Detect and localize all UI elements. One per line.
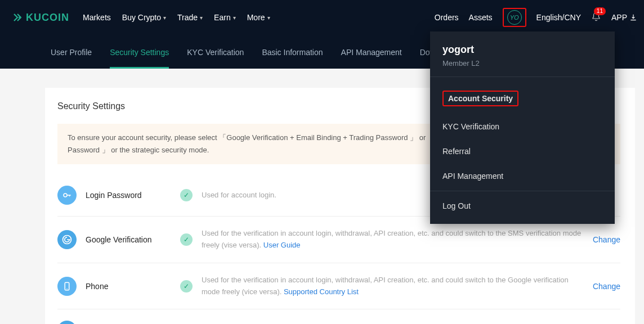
nav-earn-label: Earn (214, 13, 231, 22)
phone-icon (57, 277, 77, 296)
row-label: Login Password (86, 191, 180, 200)
nav-markets[interactable]: Markets (83, 13, 111, 22)
tab-security-settings[interactable]: Security Settings (110, 48, 169, 69)
tab-kyc-verification[interactable]: KYC Verification (187, 48, 244, 69)
language-currency[interactable]: English/CNY (536, 13, 581, 22)
tab-user-profile[interactable]: User Profile (51, 48, 92, 69)
nav-more-label: More (247, 13, 265, 22)
notification-badge: 11 (594, 7, 606, 15)
tab-basic-information[interactable]: Basic Information (262, 48, 323, 69)
orders-link[interactable]: Orders (435, 13, 459, 22)
nav-trade-label: Trade (177, 13, 198, 22)
menu-divider (430, 191, 615, 191)
assets-link[interactable]: Assets (469, 13, 493, 22)
main-nav: Markets Buy Crypto▾ Trade▾ Earn▾ More▾ (83, 13, 270, 22)
row-label: Google Verification (86, 235, 180, 244)
brand-text: KUCOIN (26, 12, 69, 24)
app-download-link[interactable]: APP (611, 13, 637, 22)
menu-logout[interactable]: Log Out (430, 194, 615, 218)
user-guide-link[interactable]: User Guide (263, 241, 301, 249)
row-email: Email ✓ Used for the verification in wit… (57, 309, 620, 324)
nav-buy-label: Buy Crypto (122, 13, 161, 22)
user-avatar[interactable]: YO (507, 10, 522, 25)
nav-trade[interactable]: Trade▾ (177, 13, 203, 22)
user-menu-popover: yogort Member L2 Account Security KYC Ve… (430, 32, 615, 224)
nav-buy-crypto[interactable]: Buy Crypto▾ (122, 13, 166, 22)
popover-username: yogort (442, 44, 602, 56)
chevron-down-icon: ▾ (163, 15, 166, 21)
avatar-highlight: YO (503, 8, 526, 27)
check-icon: ✓ (180, 233, 193, 246)
chevron-down-icon: ▾ (267, 15, 270, 21)
email-icon (57, 321, 77, 324)
row-phone: Phone ✓ Used for the verification in acc… (57, 263, 620, 310)
change-phone-link[interactable]: Change (593, 282, 620, 291)
logo-icon (12, 12, 23, 22)
svg-point-4 (66, 288, 68, 289)
header-right: Orders Assets YO English/CNY 11 APP (435, 8, 637, 27)
popover-header: yogort Member L2 (430, 32, 615, 77)
row-desc: Used for the verification in account log… (202, 274, 582, 298)
app-label: APP (611, 13, 627, 22)
row-desc: Used for the verification in account log… (202, 228, 582, 251)
top-header: KUCOIN Markets Buy Crypto▾ Trade▾ Earn▾ … (0, 0, 644, 35)
popover-member-tier: Member L2 (442, 59, 602, 68)
notifications-button[interactable]: 11 (591, 12, 601, 24)
nav-markets-label: Markets (83, 13, 111, 22)
brand-logo[interactable]: KUCOIN (12, 12, 69, 24)
svg-point-1 (64, 194, 67, 197)
google-icon (57, 230, 77, 249)
key-icon (57, 186, 77, 205)
chevron-down-icon: ▾ (233, 15, 236, 21)
row-desc-text: Used for the verification in account log… (202, 229, 581, 249)
check-icon: ✓ (180, 189, 193, 201)
check-icon: ✓ (180, 280, 193, 292)
change-google-link[interactable]: Change (593, 235, 620, 244)
nav-earn[interactable]: Earn▾ (214, 13, 236, 22)
menu-referral[interactable]: Referral (430, 139, 615, 164)
svg-point-0 (19, 17, 20, 18)
nav-more[interactable]: More▾ (247, 13, 270, 22)
row-desc-text: Used for the verification in account log… (202, 276, 569, 296)
tab-api-management[interactable]: API Management (341, 48, 402, 69)
supported-country-link[interactable]: Supported Country List (284, 287, 359, 296)
menu-account-security[interactable]: Account Security (430, 83, 615, 114)
menu-kyc-verification[interactable]: KYC Verification (430, 114, 615, 139)
popover-menu: Account Security KYC Verification Referr… (430, 77, 615, 224)
chevron-down-icon: ▾ (200, 15, 203, 21)
row-label: Phone (86, 282, 180, 291)
menu-api-management[interactable]: API Management (430, 164, 615, 188)
menu-account-security-label: Account Security (442, 91, 518, 106)
download-icon (629, 14, 637, 21)
